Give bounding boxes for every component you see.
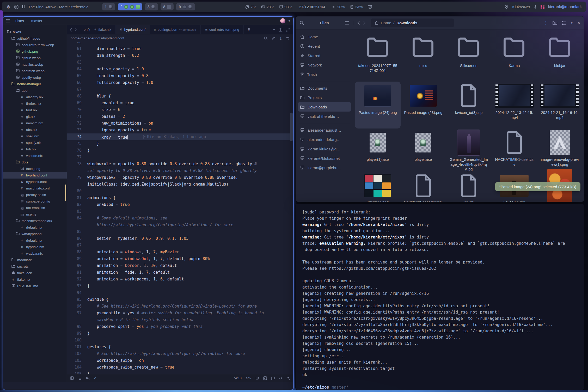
app-menu-icon[interactable]	[6, 19, 10, 22]
tree-item-home-manager[interactable]: home-manager	[3, 81, 67, 87]
breadcrumb[interactable]: Home / Downloads	[371, 19, 454, 27]
file-player.ase[interactable]: player.ase	[401, 128, 446, 172]
code-line[interactable]: 74 xray = trueKieran Klukas, 1 hour ago	[67, 133, 293, 140]
tree-item-nautilus.webp[interactable]: nautilus.webp	[3, 61, 67, 68]
path-current[interactable]: Downloads	[396, 21, 417, 25]
zoom-pane-icon[interactable]	[286, 28, 290, 32]
panel-scrollbar[interactable]	[65, 185, 66, 201]
editor-scrollbar[interactable]	[290, 113, 293, 141]
code-line[interactable]: 68 blur {	[67, 93, 293, 100]
tab-R[interactable]: R	[244, 25, 254, 34]
file-Pasted image (24).png[interactable]: Pasted image (24).png	[355, 82, 401, 128]
sidebar-item-recent[interactable]: Recent	[298, 41, 351, 51]
tab-onfiguration.nix[interactable]: onfiguration.nix	[79, 25, 90, 34]
nav-forward-icon[interactable]	[75, 28, 77, 32]
code-line[interactable]: 86 bezier = myBezier, 0.05, 0.9, 0.1, 1.…	[67, 235, 293, 242]
volume-stat[interactable]: 20%	[332, 5, 345, 9]
tree-item-waybar.nix[interactable]: ❄waybar.nix	[3, 250, 67, 257]
tree-item-cool-retro-term.webp[interactable]: cool-retro-term.webp	[3, 42, 67, 48]
tree-item-default.nix[interactable]: ❄default.nix	[3, 237, 67, 244]
tree-item-face.jpeg[interactable]: face.jpeg	[3, 166, 67, 172]
spotify-icon[interactable]	[14, 5, 19, 9]
tree-item-tofi.nix[interactable]: ❄tofi.nix	[3, 146, 67, 152]
cursor-position[interactable]: 74:18	[233, 376, 242, 380]
sidebar-item-documents[interactable]: Documents	[298, 83, 351, 93]
code-line[interactable]: 67	[67, 86, 293, 93]
avatar[interactable]	[280, 18, 285, 23]
files-search-icon[interactable]	[300, 21, 304, 25]
code-line[interactable]: 63	[67, 59, 293, 66]
sidebar-item-trash[interactable]: Trash	[298, 70, 351, 79]
tree-item-firefox.nix[interactable]: ❄firefox.nix	[3, 100, 67, 107]
project-panel-toggle-icon[interactable]	[70, 376, 74, 380]
sidebar-item-alexander-defarg-[interactable]: alexander.defarg…	[298, 135, 351, 144]
code-line[interactable]: 73 ignore_opacity = true	[67, 127, 293, 133]
search-folder-icon[interactable]	[553, 21, 557, 25]
sidebar-item-downloads[interactable]: Downloads	[298, 102, 351, 112]
tab-flake.nix[interactable]: ❄flake.nix	[90, 25, 116, 34]
code-line[interactable]: 60	[67, 42, 293, 45]
code-line[interactable]: https://wiki.hyprland.org/Configuring/An…	[67, 222, 293, 228]
code-line[interactable]: 89 animation = windowsOut, 1, 7, default…	[67, 255, 293, 262]
network-name[interactable]: KlukasNet	[512, 5, 530, 9]
chevron-down-icon[interactable]: ▾	[289, 19, 290, 23]
sidebar-item-projects[interactable]: Projects	[298, 93, 351, 102]
tree-item-moonlark[interactable]: moonlark	[3, 257, 67, 263]
tree-item-wm/hyprland[interactable]: wm/hyprland	[3, 231, 67, 237]
tree-item-vscode.nix[interactable]: ❄vscode.nix	[3, 152, 67, 159]
breadcrumb[interactable]: home-manager/dots/hyprland.conf	[71, 36, 124, 40]
split-pane-icon[interactable]	[279, 28, 282, 32]
code-line[interactable]: set opacity to 0.88 active, 0.8 inactive…	[67, 167, 293, 174]
file-misc[interactable]: misc	[401, 32, 446, 82]
tree-item-default.nix[interactable]: ❄default.nix	[3, 224, 67, 231]
close-icon[interactable]: ✕	[577, 21, 580, 25]
sidebar-item-kieran-klukas-g-[interactable]: kieran.klukas@g…	[298, 144, 351, 154]
inline-assist-icon[interactable]	[272, 36, 275, 40]
code-line[interactable]: 82 enabled = true	[67, 201, 293, 208]
files-menu-icon[interactable]	[345, 21, 349, 24]
code-line[interactable]: 99}	[67, 330, 293, 337]
workspace-9[interactable]: 9	[176, 3, 195, 10]
code-line[interactable]: 93}	[67, 283, 293, 289]
cursor-mode-icon[interactable]: I	[280, 36, 282, 40]
search-icon[interactable]	[264, 36, 268, 40]
tree-item-spotify.webp[interactable]: spotify.webp	[3, 74, 67, 81]
keyboard-layout-icon[interactable]	[541, 5, 544, 9]
bluetooth-icon[interactable]	[534, 5, 537, 9]
file-2024-12-21_15-16-16.mp4[interactable]: 2024-12-21_15-16-16.mp4	[537, 82, 583, 128]
tree-item-github.png[interactable]: github.png	[3, 48, 67, 55]
code-line[interactable]: 101gestures {	[67, 344, 293, 350]
terminal-window[interactable]: [sudo] password for kierank:Place your f…	[295, 204, 584, 390]
code-line[interactable]: 75 }	[67, 140, 293, 147]
nixos-logo-icon[interactable]: ❄	[6, 4, 10, 10]
code-line[interactable]: 78windowrule = opacity 0.88 override 0.8…	[67, 161, 293, 167]
file-Gemini_Generated_Image_4rqv8k4rqv8k4rqv.jpg[interactable]: Gemini_Generated_Image_4rqv8k4rqv8k4rqv.…	[446, 128, 492, 172]
file-Pasted image (23).png[interactable]: Pasted image (23).png	[401, 82, 446, 128]
outline-panel-icon[interactable]	[78, 377, 82, 380]
file-Silkscreen[interactable]: Silkscreen	[446, 32, 492, 82]
file-HACKATIME-1-user.csv[interactable]: HACKATIME-1-user.csv	[492, 128, 537, 172]
code-line[interactable]: initialClass: (dev.zed.Zed|spotify|Slack…	[67, 181, 293, 188]
sidebar-item-alesander-august-[interactable]: alesander.august…	[298, 125, 351, 135]
view-dropdown-icon[interactable]: ▾	[571, 21, 572, 25]
code-line[interactable]: 104 workspace_swipe_create_new = true	[67, 364, 293, 371]
code-line[interactable]: 92 animation = workspaces, 1, 6, default	[67, 276, 293, 283]
file-player(1).ase[interactable]: player(1).ase	[355, 128, 401, 172]
code-line[interactable]: 66 fullscreen_opacity = 1.0	[67, 79, 293, 86]
code-line[interactable]: 71 passes = 2	[67, 113, 293, 120]
code-line[interactable]: 70 size = 6	[67, 106, 293, 113]
code-line[interactable]: mainMod + P in the keybinds section belo…	[67, 316, 293, 323]
code-line[interactable]: 98 preserve_split = yes # you probably w…	[67, 323, 293, 330]
clock[interactable]: 27/12 00:51:44	[299, 5, 325, 9]
code-line[interactable]: 100	[67, 337, 293, 344]
tree-item-hypridle.nix[interactable]: ❄hypridle.nix	[3, 244, 67, 250]
tree-item-flake.nix[interactable]: ❄flake.nix	[3, 276, 67, 283]
workspace-3[interactable]: 3	[145, 3, 158, 10]
code-line[interactable]: 84 # Some default animations, see	[67, 215, 293, 222]
sidebar-item-starred[interactable]: Starred	[298, 51, 351, 60]
nav-back-icon[interactable]	[70, 28, 72, 32]
code-line[interactable]: 94	[67, 289, 293, 296]
sidebar-item-home[interactable]: Home	[298, 32, 351, 41]
file-blobjar[interactable]: blobjar	[537, 32, 583, 82]
tree-item-README.md[interactable]: README.md	[3, 283, 67, 289]
